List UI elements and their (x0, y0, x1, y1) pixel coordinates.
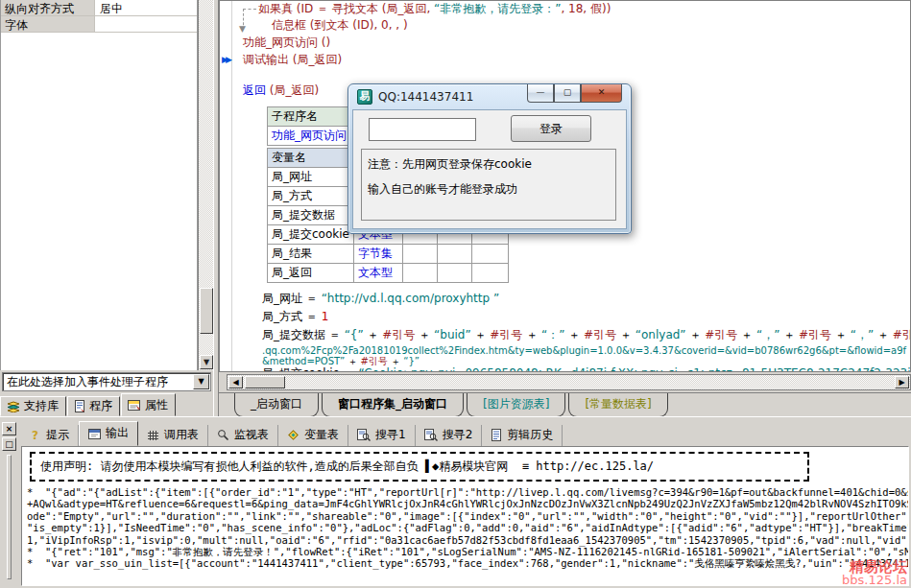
tab-support-libs[interactable]: 支持库 (0, 396, 66, 416)
login-button[interactable]: 登录 (511, 115, 591, 142)
table-cell[interactable]: 局_网址 (268, 168, 354, 187)
code-segment: “：” (541, 328, 564, 341)
table-row[interactable]: 局_返回文本型 (268, 264, 509, 283)
tab-label: 支持库 (24, 398, 59, 414)
table-cell[interactable] (437, 264, 471, 283)
panel-restore-button[interactable]: □ (2, 437, 16, 451)
left-panel-tabs: 支持库 程序 属性 (0, 393, 217, 416)
output-content[interactable]: 使用声明: 请勿使用本模块编写有损他人利益的软件,造成的后果全部自负 ▌◆精易模… (21, 446, 909, 586)
tab-search2[interactable]: 搜寻2 (416, 425, 483, 446)
scroll-down-button[interactable]: ▼ (200, 355, 213, 369)
scroll-right-button[interactable]: ▶ (895, 376, 909, 388)
code-line: 如果真 (ID ＝ 寻找文本 (局_返回, “非常抱歉，请先登录：”, 18, … (258, 2, 611, 16)
property-value[interactable] (95, 16, 197, 32)
table-cell[interactable]: 局_返回 (268, 264, 354, 283)
event-handler-dropdown[interactable]: 在此处选择加入事件处理子程序 ▼ (2, 372, 211, 391)
tab-constant-data[interactable]: [常量数据表] (568, 393, 667, 417)
minimize-button[interactable]: — (527, 84, 554, 103)
property-value[interactable]: 居中 (95, 0, 197, 15)
table-cell[interactable]: 字节集 (353, 245, 402, 264)
code-segment: ＋ (737, 328, 756, 341)
table-cell[interactable] (402, 264, 437, 283)
tab-program[interactable]: 程序 (67, 396, 120, 416)
search-doc-icon (424, 429, 438, 441)
code-segment: ＋ (686, 328, 706, 341)
code-segment: 局_提交cookie ＝ (262, 366, 359, 372)
app-logo-icon: 易 (357, 89, 372, 105)
scrollbar-thumb[interactable] (245, 376, 285, 388)
panel-grip[interactable] (7, 455, 12, 579)
code-line: 调试输出 (局_返回) (243, 53, 342, 67)
tab-image-resources[interactable]: [图片资源表] (467, 393, 565, 417)
code-segment: #引号 (584, 328, 616, 341)
table-cell[interactable]: 局_结果 (268, 245, 354, 264)
code-segment: ＋ (471, 328, 491, 341)
table-cell[interactable]: 局_提交数据 (268, 206, 354, 225)
tab-label: 监视表 (234, 427, 269, 443)
tab-output[interactable]: 输出 (79, 421, 138, 446)
tab-search1[interactable]: 搜寻1 (348, 425, 416, 446)
chevron-down-icon[interactable]: ▼ (193, 374, 209, 389)
output-lines: * "{"ad":"{"adList":{"item":[{"order_id"… (27, 486, 908, 570)
code-line: 返回 (局_返回) (243, 83, 319, 98)
tab-label: 属性 (145, 397, 168, 413)
panel-close-button[interactable]: × (2, 422, 16, 435)
code-segment: #引号 (382, 328, 415, 341)
dialog-body: 登录 注意：先用网页登录保存cookie 输入自己的账号才能登录成功 (352, 109, 627, 229)
flow-connector (243, 9, 256, 10)
table-cell[interactable]: 局_提交cookie (268, 225, 354, 245)
dropdown-value: 在此处选择加入事件处理子程序 (3, 374, 193, 390)
table-cell[interactable] (437, 245, 471, 264)
code-segment: “Cookie: pgv_pvi=0965858048; RK=d4i87i-f… (359, 366, 911, 372)
tab-label: 剪辑历史 (507, 427, 553, 443)
maximize-button[interactable]: ▢ (554, 84, 581, 103)
window-icon (88, 428, 101, 439)
tab-tips[interactable]: ? 提示 (21, 425, 79, 446)
table-cell[interactable]: 功能_网页访问 (268, 127, 352, 146)
property-row[interactable]: 纵向对齐方式 居中 (1, 0, 197, 16)
table-cell[interactable] (471, 245, 508, 264)
output-line: +AQwl&adtype=HT&refluence=6&requestl=6&p… (27, 498, 908, 509)
property-grid: 纵向对齐方式 居中 字体 (0, 0, 198, 370)
code-segment: 调试输出 (局_返回) (243, 53, 342, 66)
code-line: 信息框 (到文本 (ID), 0, , ) (272, 18, 408, 33)
window-controls: — ▢ ✕ (527, 84, 622, 103)
tab-startup-window[interactable]: _启动窗口 (234, 393, 319, 417)
code-line: 局_提交cookie ＝ “Cookie: pgv_pvi=0965858048… (262, 366, 911, 372)
table-cell[interactable]: 文本型 (353, 264, 402, 283)
code-hscrollbar[interactable]: ◀ ▶ (227, 374, 911, 390)
code-segment: #引号 (893, 328, 911, 341)
tab-label: 输出 (106, 425, 129, 441)
document-icon (74, 400, 85, 412)
code-segment: 局_网址 ＝ (262, 292, 322, 305)
code-segment: ＋ (616, 328, 635, 341)
code-segment: #引号 (490, 328, 522, 341)
qq-login-dialog: 易 QQ:1441437411 — ▢ ✕ 登录 注意：先用网页登录保存cook… (348, 83, 632, 234)
code-line: 局_方式 ＝ 1 (262, 310, 328, 324)
header-cell: 子程序名 (268, 107, 352, 127)
table-cell[interactable]: 局_方式 (268, 187, 354, 206)
tab-watch-table[interactable]: 监视表 (208, 425, 278, 446)
code-segment: “}” (403, 356, 420, 366)
property-scrollbar[interactable]: ▼ (198, 0, 213, 370)
watermark-title: 精易论坛 (842, 560, 907, 574)
tab-variable-table[interactable]: 变量表 (278, 425, 348, 446)
table-row[interactable]: 局_结果字节集 (268, 245, 509, 264)
scroll-left-button[interactable]: ◀ (228, 376, 243, 388)
tab-clip-history[interactable]: 剪辑历史 (482, 425, 563, 446)
close-button[interactable]: ✕ (581, 84, 622, 103)
current-line-marker-icon: ▶▶ (222, 55, 229, 64)
scrollbar-thumb[interactable] (200, 288, 213, 334)
table-cell[interactable] (402, 245, 437, 264)
account-input[interactable] (369, 118, 476, 141)
property-row[interactable]: 字体 (1, 16, 197, 33)
code-segment: “{” (345, 328, 364, 341)
code-segment: “非常抱歉，请先登录：” (434, 2, 561, 15)
tab-properties[interactable]: 属性 (121, 393, 176, 416)
diamond-icon (287, 429, 300, 441)
code-segment: 如果真 (ID ＝ 寻找文本 (局_返回, (258, 2, 434, 15)
tab-window-program-set[interactable]: 窗口程序集_启动窗口 (322, 393, 464, 417)
table-cell[interactable] (471, 264, 508, 283)
tab-call-table[interactable]: 调用表 (138, 425, 208, 446)
code-segment: 返回 (243, 83, 266, 97)
